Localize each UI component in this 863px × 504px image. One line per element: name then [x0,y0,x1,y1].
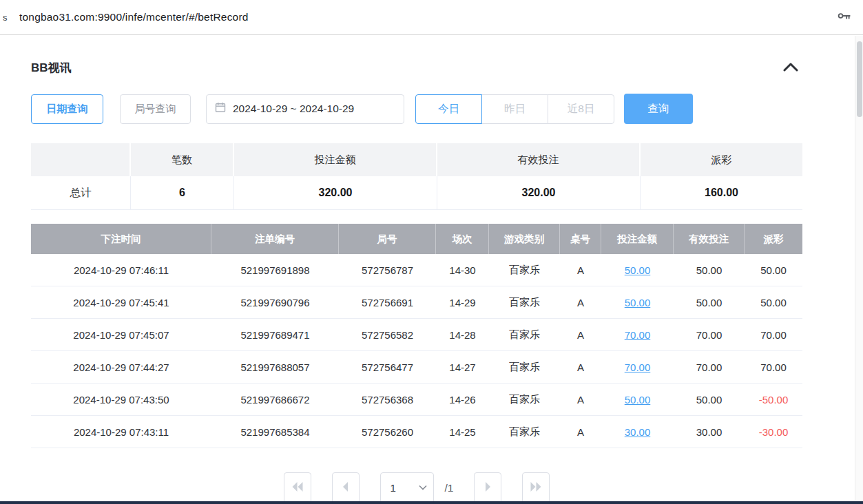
bet-amount-link[interactable]: 30.00 [625,426,651,438]
payout-cell: 70.00 [745,351,802,383]
browser-window: s tongbao31.com:9900/infe/mcenter/#/betR… [0,0,863,504]
chevron-up-icon [782,62,799,74]
date-range-value: 2024-10-29 ~ 2024-10-29 [233,103,354,115]
page-select-control[interactable]: 1 [380,472,434,503]
pagination: 1 /1 [31,472,802,503]
prev-page-button[interactable] [332,472,360,503]
summary-valid-bet-value: 320.00 [437,176,641,209]
payout-cell: -50.00 [745,384,802,415]
yesterday-button[interactable]: 昨日 [481,94,548,124]
bet-time-cell: 2024-10-29 07:45:41 [31,286,211,318]
bet-amount-link[interactable]: 50.00 [625,264,651,276]
summary-header-row: 笔数 投注金额 有效投注 派彩 [31,143,802,176]
page-select[interactable]: 1 [380,472,434,503]
address-bar: s tongbao31.com:9900/infe/mcenter/#/betR… [0,0,863,35]
first-page-button[interactable] [284,472,311,503]
header-bet-amount: 投注金额 [601,224,674,254]
bet-table: 下注时间 注单编号 局号 场次 游戏类别 桌号 投注金额 有效投注 派彩 202… [31,224,802,448]
summary-total-row: 总计 6 320.00 320.00 160.00 [31,176,802,210]
bet-amount-link[interactable]: 70.00 [625,329,651,341]
round-no-cell: 572756691 [339,286,436,318]
table-row: 2024-10-29 07:43:11 521997685384 5727562… [31,416,802,448]
game-type-cell: 百家乐 [489,416,560,448]
double-chevron-right-icon [529,481,543,495]
table-no-cell: A [560,384,601,415]
order-no-cell: 521997689471 [211,319,339,350]
table-no-cell: A [560,416,601,448]
summary-header-payout: 派彩 [641,143,802,176]
header-session: 场次 [436,224,489,254]
double-chevron-left-icon [291,481,304,495]
session-cell: 14-29 [436,286,489,318]
date-query-tab[interactable]: 日期查询 [31,94,103,124]
payout-cell: 50.00 [745,286,802,318]
table-no-cell: A [560,254,601,286]
game-type-cell: 百家乐 [489,286,560,318]
valid-bet-cell: 30.00 [674,416,745,448]
bet-time-cell: 2024-10-29 07:44:27 [31,351,211,383]
last-page-button[interactable] [522,472,550,503]
summary-header-count: 笔数 [131,143,234,176]
summary-header-empty [31,143,131,176]
summary-total-label: 总计 [31,176,131,209]
bet-amount-cell: 70.00 [601,351,674,383]
bet-amount-cell: 70.00 [601,319,674,350]
header-order-no: 注单编号 [211,224,339,254]
header-table-no: 桌号 [560,224,601,254]
session-cell: 14-27 [436,351,489,383]
game-type-cell: 百家乐 [489,384,560,415]
bet-amount-cell: 30.00 [601,416,674,448]
session-cell: 14-26 [436,384,489,415]
bet-time-cell: 2024-10-29 07:45:07 [31,319,211,350]
search-button[interactable]: 查询 [624,94,693,124]
valid-bet-cell: 50.00 [674,384,745,415]
bet-amount-cell: 50.00 [601,254,674,286]
bet-amount-link[interactable]: 70.00 [625,361,651,373]
round-no-cell: 572756260 [339,416,436,448]
game-type-cell: 百家乐 [489,254,560,286]
summary-payout-value: 160.00 [641,176,802,209]
session-cell: 14-30 [436,254,489,286]
round-no-cell: 572756582 [339,319,436,350]
bet-table-body: 2024-10-29 07:46:11 521997691898 5727567… [31,254,802,448]
payout-cell: 50.00 [745,254,802,286]
round-no-cell: 572756477 [339,351,436,383]
bet-amount-link[interactable]: 50.00 [625,394,651,406]
table-no-cell: A [560,351,601,383]
table-row: 2024-10-29 07:45:07 521997689471 5727565… [31,319,802,351]
scrollbar-thumb[interactable] [857,41,862,117]
table-row: 2024-10-29 07:44:27 521997688057 5727564… [31,351,802,384]
bet-amount-cell: 50.00 [601,286,674,318]
last-8-days-button[interactable]: 近8日 [548,94,614,124]
payout-cell: 70.00 [745,319,802,350]
order-no-cell: 521997691898 [211,254,339,286]
next-page-button[interactable] [474,472,501,503]
valid-bet-cell: 70.00 [674,351,745,383]
session-cell: 14-28 [436,319,489,350]
session-cell: 14-25 [436,416,489,448]
collapse-button[interactable] [779,57,802,78]
order-no-cell: 521997688057 [211,351,339,383]
round-no-cell: 572756787 [339,254,436,286]
summary-header-valid-bet: 有效投注 [437,143,641,176]
vertical-scrollbar[interactable] [855,36,863,501]
game-type-cell: 百家乐 [489,319,560,350]
date-range-input[interactable]: 2024-10-29 ~ 2024-10-29 [206,94,404,124]
url-text[interactable]: tongbao31.com:9900/infe/mcenter/#/betRec… [19,11,249,23]
bet-amount-link[interactable]: 50.00 [625,297,651,308]
bet-time-cell: 2024-10-29 07:46:11 [31,254,211,286]
quick-range-group: 今日 昨日 近8日 [415,94,614,124]
window-bottom-edge [0,501,863,504]
password-key-button[interactable] [837,9,852,25]
round-query-tab[interactable]: 局号查询 [120,94,191,124]
round-no-cell: 572756368 [339,384,436,415]
valid-bet-cell: 70.00 [674,319,745,350]
table-no-cell: A [560,286,601,318]
payout-cell: -30.00 [745,416,802,448]
header-game-type: 游戏类别 [489,224,560,254]
clipped-icon: s [3,12,19,23]
order-no-cell: 521997686672 [211,384,339,415]
today-button[interactable]: 今日 [415,94,482,124]
key-icon [837,9,852,25]
table-row: 2024-10-29 07:43:50 521997686672 5727563… [31,384,802,416]
